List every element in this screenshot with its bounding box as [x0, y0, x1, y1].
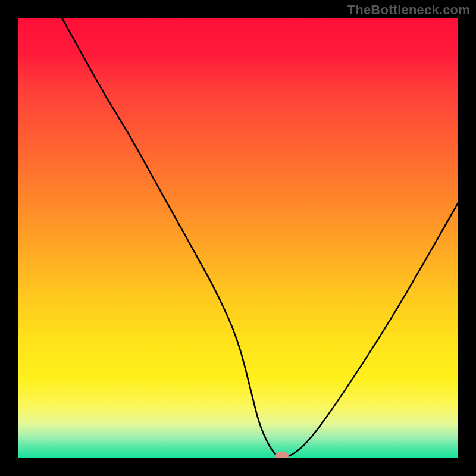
plot-area: [18, 18, 458, 458]
chart-frame: TheBottleneck.com: [0, 0, 476, 476]
bottleneck-curve: [18, 18, 458, 458]
watermark-label: TheBottleneck.com: [347, 2, 470, 18]
minimum-marker: [275, 452, 289, 458]
